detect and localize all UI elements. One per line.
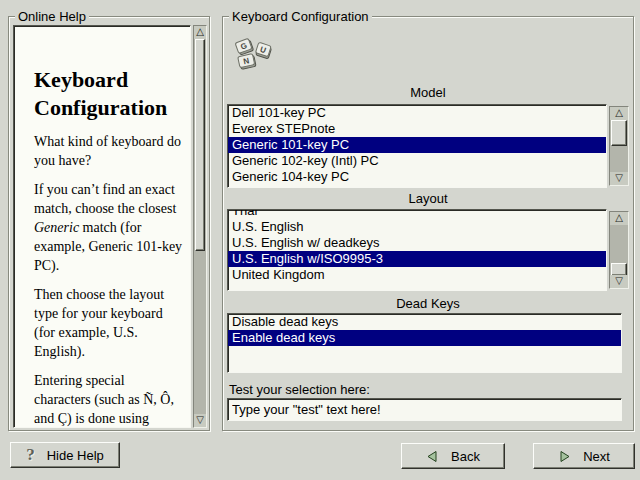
help-paragraph: Entering special characters (such as Ñ, …: [34, 371, 184, 428]
scroll-up-icon[interactable]: △: [610, 107, 628, 120]
hide-help-button[interactable]: ? Hide Help: [10, 442, 120, 468]
model-label: Model: [223, 85, 633, 100]
layout-item[interactable]: U.S. English: [228, 219, 606, 235]
back-label: Back: [451, 449, 480, 464]
model-scrollbar-thumb[interactable]: [611, 120, 627, 146]
scroll-up-icon[interactable]: △: [610, 212, 628, 225]
layout-item[interactable]: Thai: [228, 209, 606, 219]
layout-label: Layout: [223, 191, 633, 206]
scroll-down-icon[interactable]: ▽: [610, 172, 628, 185]
dead-keys-item-selected[interactable]: Enable dead keys: [228, 330, 621, 346]
help-paragraph: What kind of keyboard do you have?: [34, 132, 184, 170]
dead-keys-item[interactable]: Disable dead keys: [228, 314, 621, 330]
keyboard-config-frame-label: Keyboard Configuration: [229, 9, 372, 24]
model-item[interactable]: Dell 101-key PC: [228, 105, 606, 121]
help-scrollbar-thumb[interactable]: [195, 39, 205, 251]
help-paragraph: Then choose the layout type for your key…: [34, 285, 184, 361]
scroll-down-icon[interactable]: ▽: [610, 275, 628, 288]
model-list: Dell 101-key PC Everex STEPnote Generic …: [227, 104, 607, 188]
back-button[interactable]: Back: [401, 443, 505, 469]
help-paragraph: If you can’t find an exact match, choose…: [34, 180, 184, 275]
scroll-up-icon[interactable]: △: [194, 26, 206, 39]
help-scrollbar[interactable]: △ ▽: [193, 25, 207, 428]
dead-keys-list: Disable dead keys Enable dead keys: [227, 313, 622, 373]
next-label: Next: [583, 449, 610, 464]
layout-scrollbar[interactable]: △ ▽: [609, 211, 629, 289]
layout-item-selected[interactable]: U.S. English w/ISO9995-3: [228, 251, 606, 267]
gnu-keyboard-icon: G U N: [233, 37, 275, 71]
help-viewport: Keyboard Configuration What kind of keyb…: [13, 25, 191, 428]
model-item-selected[interactable]: Generic 101-key PC: [228, 137, 606, 153]
model-item[interactable]: Generic 104-key PC: [228, 169, 606, 185]
test-input[interactable]: [227, 398, 622, 421]
back-arrow-icon: [426, 450, 439, 463]
help-content: Keyboard Configuration What kind of keyb…: [34, 66, 184, 428]
next-button[interactable]: Next: [533, 443, 635, 469]
hide-help-label: Hide Help: [47, 448, 104, 463]
screen: Online Help Keyboard Configuration What …: [0, 0, 640, 480]
online-help-frame: Online Help Keyboard Configuration What …: [8, 16, 210, 431]
model-item[interactable]: Generic 102-key (Intl) PC: [228, 153, 606, 169]
layout-item[interactable]: U.S. English w/ deadkeys: [228, 235, 606, 251]
test-selection-label: Test your selection here:: [229, 382, 370, 397]
next-arrow-icon: [558, 450, 571, 463]
model-scrollbar[interactable]: △ ▽: [609, 106, 629, 186]
model-item[interactable]: Everex STEPnote: [228, 121, 606, 137]
question-mark-icon: ?: [26, 445, 35, 465]
online-help-frame-label: Online Help: [15, 9, 89, 24]
layout-item[interactable]: United Kingdom: [228, 267, 606, 283]
keyboard-config-frame: Keyboard Configuration G U N Model Dell …: [222, 16, 634, 431]
dead-keys-label: Dead Keys: [223, 296, 633, 311]
layout-list: Thai U.S. English U.S. English w/ deadke…: [227, 209, 607, 291]
help-title: Keyboard Configuration: [34, 66, 184, 122]
scroll-down-icon[interactable]: ▽: [194, 414, 206, 427]
